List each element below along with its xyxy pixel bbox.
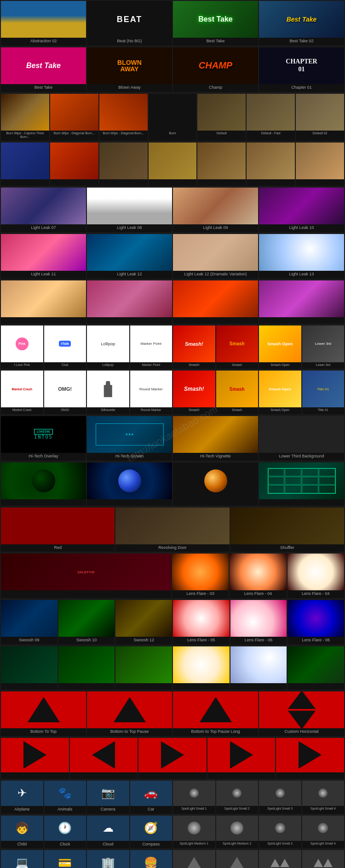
item-red[interactable]: Red [1, 508, 115, 552]
item-bottom-to-top[interactable]: Bottom To Top [1, 691, 86, 736]
item-bottom-to-top-pause[interactable]: Bottom to Top Pause [87, 691, 172, 736]
item-arr-l1[interactable] [70, 738, 138, 779]
item-lens-05[interactable]: Lens Flare - 05 [173, 600, 230, 645]
item-burn[interactable]: Burn [149, 94, 197, 141]
item-lens-06a[interactable]: Lens Flare - 06 [230, 600, 287, 645]
item-market-crash[interactable]: Market Crash Market Crash [1, 371, 43, 414]
item-swoosh-10[interactable]: Swoosh 10 [58, 600, 115, 645]
item-icon-elevator[interactable]: 🏢 Elevator [87, 850, 129, 868]
item-film-4[interactable] [149, 143, 197, 186]
item-icon-computer[interactable]: 💻 Computer [1, 850, 43, 868]
item-icon-airplane[interactable]: ✈ Airplane [1, 781, 43, 814]
item-sphere-blue[interactable] [87, 463, 172, 506]
item-lens-06b[interactable]: Lens Flare - 06 [288, 600, 344, 645]
item-triangle-3[interactable]: Triangle 3 [259, 850, 301, 868]
item-best-take[interactable]: Best Take Best Take [173, 1, 258, 46]
item-beat-no-bg[interactable]: BEAT Beat (No BG) [87, 1, 172, 46]
item-swoosh-09[interactable]: Swoosh 09 [1, 600, 58, 645]
item-lens-04b[interactable]: Lens Flare - 04 [288, 554, 344, 598]
item-sw8[interactable] [230, 646, 287, 690]
item-lower-3rd[interactable]: Lower 3rd Lower 3rd [302, 326, 345, 369]
item-arr-r4[interactable] [276, 738, 344, 779]
item-spotlight-small-4[interactable]: SpotLight Small 4 [302, 781, 345, 814]
item-icon-fast-food[interactable]: 🍔 Fast Food [130, 850, 172, 868]
item-triangle-4[interactable]: Triangle 4 [302, 850, 345, 868]
item-film-6[interactable] [247, 143, 295, 186]
item-best-take-02[interactable]: Best Take Best Take 02 [259, 1, 344, 46]
item-ll09[interactable]: Light Leak 09 [173, 188, 258, 232]
item-revolving-door[interactable]: Revolving Door [115, 508, 229, 552]
item-smash-3[interactable]: Smash! Smash! [173, 371, 215, 414]
item-abstraction-02[interactable]: Abstraction 02 [1, 1, 86, 46]
item-sw6[interactable] [115, 646, 172, 690]
item-ll07[interactable]: Light Leak 07 [1, 188, 86, 232]
item-round-marker[interactable]: Round Marker Round Marker [130, 371, 172, 414]
item-film-5[interactable] [197, 143, 246, 186]
item-icon-credit-card[interactable]: 💳 Credit Card [44, 850, 86, 868]
item-i-love-pink[interactable]: Pink I Love Pink [1, 326, 43, 369]
item-icon-animals[interactable]: 🐾 Animals [44, 781, 86, 814]
item-best-take-pink[interactable]: Best Take Best Take [1, 47, 86, 92]
item-champ[interactable]: CHAMP Champ [173, 47, 258, 92]
item-ll10[interactable]: Light Leak 10 [259, 188, 344, 232]
item-spotlight-small-1[interactable]: SpotLight Small 1 [173, 781, 215, 814]
item-spotlight-medium-2[interactable]: SpotLight Medium 2 [216, 816, 259, 849]
item-smash-2[interactable]: Smash Smash [216, 326, 259, 369]
item-film-7[interactable] [296, 143, 344, 186]
item-sw7[interactable] [173, 646, 230, 690]
item-burn-wipe-3[interactable]: Burn Wipe - Diagonal Burn... [99, 94, 148, 141]
item-sw5[interactable] [58, 646, 115, 690]
item-spotlight-small-4b[interactable]: SpotLight Small 4 [302, 816, 345, 849]
item-hitech-overlay[interactable]: LOADING INTOS Hi-Tech Overlay [1, 416, 86, 461]
item-icon-compass[interactable]: 🧭 Compass [130, 816, 172, 849]
item-icon-cloud[interactable]: ☁ Cloud [87, 816, 129, 849]
item-icon-clock[interactable]: 🕐 Clock [44, 816, 86, 849]
item-film-2[interactable] [50, 143, 98, 186]
item-sw9[interactable] [288, 646, 344, 690]
item-burn-wipe-2[interactable]: Burn Wipe - Diagonal Burn... [50, 94, 98, 141]
item-smash-open[interactable]: Smash Open Smash Open [259, 326, 301, 369]
item-bottom-to-top-pause-long[interactable]: Bottom to Top Pause Long [173, 691, 258, 736]
item-ll12b[interactable]: Light Leak 12 (Dramatic Variation) [173, 234, 258, 279]
item-lower-third-bg[interactable]: Lower Third Background [259, 416, 344, 461]
item-icon-camera[interactable]: 📷 Camera [87, 781, 129, 814]
item-italk[interactable]: iTalk Club [44, 326, 86, 369]
item-default[interactable]: Default [197, 94, 246, 141]
item-spotlight-small-2b[interactable]: SpotLight Small 2 [259, 816, 301, 849]
item-llp4[interactable] [259, 280, 344, 324]
item-spottop-2[interactable]: SpotTop 2 [216, 850, 259, 868]
item-smash-1[interactable]: Smash! Smash! [173, 326, 215, 369]
item-film-3[interactable] [99, 143, 148, 186]
item-smash-open-2[interactable]: Smash Open Smash Open [259, 371, 301, 414]
item-sw4[interactable] [1, 646, 58, 690]
item-shuffler[interactable]: Shuffler [230, 508, 344, 552]
item-ll13[interactable]: Light Leak 13 [259, 234, 344, 279]
item-ll08[interactable]: Light Leak 08 [87, 188, 172, 232]
item-spotlight-medium-1[interactable]: SpotLight Medium 1 [173, 816, 215, 849]
item-spotlight-small-2[interactable]: SpotLight Small 2 [216, 781, 259, 814]
item-burn-wipe-1[interactable]: Burn Wipe - Caprino Thick Burn... [1, 94, 49, 141]
item-lens-03[interactable]: Lens Flare - 03 [172, 554, 229, 598]
item-llp3[interactable] [173, 280, 258, 324]
item-arr-r3[interactable] [207, 738, 276, 779]
item-omg[interactable]: OMG! OMG! [44, 371, 86, 414]
item-lollipop[interactable]: Lollipop Lollipop [87, 326, 129, 369]
item-arr-r2[interactable] [138, 738, 207, 779]
item-swoosh-12[interactable]: Swoosh 12 [115, 600, 172, 645]
item-llp1[interactable] [1, 280, 86, 324]
item-chapter-01[interactable]: CHAPTER01 Chapter 01 [259, 47, 344, 92]
item-sales-bg[interactable]: SALEFIVE [1, 554, 171, 598]
item-lens-04a[interactable]: Lens Flare - 04 [230, 554, 286, 598]
item-icon-car[interactable]: 🚗 Car [130, 781, 172, 814]
item-ll11[interactable]: Light Leak 11 [1, 234, 86, 279]
item-spottop-1[interactable]: SpotTop 1 [173, 850, 215, 868]
item-smash-yellow[interactable]: Smash Smash [216, 371, 259, 414]
item-icon-child[interactable]: 🧒 Child [1, 816, 43, 849]
item-silhouette[interactable]: Silhouette [87, 371, 129, 414]
item-sphere-green[interactable] [1, 463, 86, 506]
item-arr-r1[interactable] [1, 738, 69, 779]
item-hitech-screen[interactable]: ■ ■ ■ Hi-Tech Screen [87, 416, 172, 461]
item-ll12[interactable]: Light Leak 12 [87, 234, 172, 279]
item-blown-away[interactable]: BLOWNAWAY Blown Away [87, 47, 172, 92]
item-spotlight-small-3[interactable]: SpotLight Small 3 [259, 781, 301, 814]
